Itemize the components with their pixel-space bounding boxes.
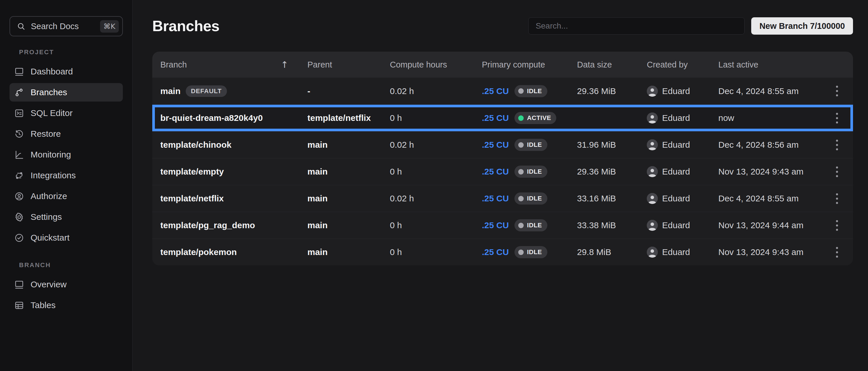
- column-header-created-by[interactable]: Created by: [647, 60, 718, 69]
- compute-units: .25 CU: [482, 140, 509, 150]
- project-nav: Dashboard Branches SQL Editor Restore Mo…: [9, 62, 123, 249]
- sidebar-item-overview[interactable]: Overview: [9, 275, 123, 294]
- compute-hours-cell: 0.02 h: [390, 193, 482, 204]
- last-active-cell: Nov 13, 2024 9:44 am: [718, 220, 828, 230]
- last-active-cell: Dec 4, 2024 8:55 am: [718, 86, 828, 96]
- avatar: [647, 193, 658, 204]
- table-row[interactable]: template/empty main 0 h .25 CU IDLE 29.3…: [152, 158, 853, 185]
- column-header-parent[interactable]: Parent: [307, 60, 390, 69]
- sidebar-item-tables[interactable]: Tables: [9, 296, 123, 314]
- row-menu-button[interactable]: [833, 109, 841, 127]
- column-header-branch[interactable]: Branch ↑: [160, 59, 307, 70]
- sidebar-item-dashboard[interactable]: Dashboard: [9, 62, 123, 81]
- sidebar-item-integrations[interactable]: Integrations: [9, 166, 123, 185]
- terminal-icon: [14, 108, 24, 118]
- sidebar-item-label: Overview: [31, 280, 67, 289]
- created-by-cell: Eduard: [647, 140, 718, 150]
- branch-name: template/pg_rag_demo: [160, 220, 255, 230]
- row-menu-button[interactable]: [833, 163, 841, 181]
- sidebar-item-sql-editor[interactable]: SQL Editor: [9, 104, 123, 122]
- keyboard-shortcut-badge: ⌘K: [100, 20, 119, 33]
- branch-name: br-quiet-dream-a820k4y0: [160, 113, 263, 123]
- compute-hours-cell: 0 h: [390, 247, 482, 257]
- row-menu-button[interactable]: [833, 217, 841, 234]
- gear-icon: [14, 212, 24, 222]
- status-dot-icon: [518, 88, 524, 94]
- search-docs-button[interactable]: Search Docs ⌘K: [9, 16, 123, 36]
- row-menu-button[interactable]: [833, 190, 841, 208]
- status-badge: IDLE: [515, 139, 547, 151]
- last-active-cell: Nov 13, 2024 9:43 am: [718, 167, 828, 177]
- sidebar-item-label: Settings: [31, 212, 62, 222]
- search-docs-label: Search Docs: [31, 22, 79, 31]
- branch-nav: Overview Tables: [9, 275, 123, 317]
- branch-name: main: [160, 86, 181, 96]
- compute-units: .25 CU: [482, 86, 509, 96]
- last-active-cell: Dec 4, 2024 8:56 am: [718, 140, 828, 150]
- sidebar-section-branch: BRANCH: [19, 261, 123, 269]
- header-actions: New Branch 7/100000: [528, 17, 853, 35]
- compute-units: .25 CU: [482, 113, 509, 123]
- sidebar-item-authorize[interactable]: Authorize: [9, 187, 123, 206]
- compute-units: .25 CU: [482, 167, 509, 177]
- status-badge: IDLE: [515, 85, 547, 97]
- created-by-cell: Eduard: [647, 86, 718, 97]
- column-header-compute-hours[interactable]: Compute hours: [390, 60, 482, 69]
- user-circle-icon: [14, 191, 24, 202]
- table-icon: [14, 300, 24, 310]
- sidebar-item-label: SQL Editor: [31, 108, 73, 118]
- table-row[interactable]: template/netflix main 0.02 h .25 CU IDLE…: [152, 185, 853, 212]
- compute-hours-cell: 0 h: [390, 167, 482, 177]
- row-menu-button[interactable]: [833, 136, 841, 154]
- page-title: Branches: [152, 17, 219, 35]
- parent-cell: -: [307, 86, 390, 96]
- table-row[interactable]: main DEFAULT - 0.02 h .25 CU IDLE 29.36 …: [152, 78, 853, 104]
- data-size-cell: 29.36 MiB: [577, 167, 647, 177]
- column-header-last-active[interactable]: Last active: [718, 60, 828, 69]
- sidebar-item-label: Branches: [31, 87, 67, 97]
- table-row[interactable]: template/pokemon main 0 h .25 CU IDLE 29…: [152, 239, 853, 266]
- sidebar-item-quickstart[interactable]: Quickstart: [9, 228, 123, 247]
- avatar: [647, 247, 658, 258]
- avatar: [647, 86, 658, 97]
- sidebar-item-label: Restore: [31, 129, 61, 139]
- default-badge: DEFAULT: [186, 85, 227, 97]
- sidebar-item-branches[interactable]: Branches: [9, 83, 123, 101]
- column-header-data-size[interactable]: Data size: [577, 60, 647, 69]
- parent-cell: main: [307, 247, 390, 257]
- compute-units: .25 CU: [482, 193, 509, 204]
- row-menu-button[interactable]: [833, 244, 841, 261]
- table-row[interactable]: template/chinook main 0.02 h .25 CU IDLE…: [152, 131, 853, 158]
- status-dot-icon: [518, 115, 524, 121]
- avatar: [647, 166, 658, 177]
- created-by-cell: Eduard: [647, 220, 718, 231]
- created-by-cell: Eduard: [647, 113, 718, 123]
- status-dot-icon: [518, 142, 524, 148]
- created-by-cell: Eduard: [647, 166, 718, 177]
- avatar: [647, 220, 658, 231]
- sort-ascending-icon[interactable]: ↑: [281, 59, 288, 70]
- table-row-selected[interactable]: br-quiet-dream-a820k4y0 template/netflix…: [152, 104, 853, 131]
- new-branch-button[interactable]: New Branch 7/100000: [751, 17, 853, 35]
- sidebar-section-project: PROJECT: [19, 49, 123, 56]
- branch-name: template/netflix: [160, 193, 224, 204]
- integrations-icon: [14, 171, 24, 181]
- branch-name: template/pokemon: [160, 247, 237, 257]
- created-by-cell: Eduard: [647, 247, 718, 258]
- parent-cell: main: [307, 193, 390, 204]
- compute-hours-cell: 0 h: [390, 113, 482, 123]
- created-by-cell: Eduard: [647, 193, 718, 204]
- data-size-cell: 29.8 MiB: [577, 247, 647, 257]
- row-menu-button[interactable]: [833, 82, 841, 100]
- window-icon: [14, 67, 24, 77]
- sidebar-item-restore[interactable]: Restore: [9, 125, 123, 143]
- column-header-primary-compute[interactable]: Primary compute: [482, 60, 577, 69]
- status-badge: IDLE: [515, 246, 547, 258]
- sidebar-item-settings[interactable]: Settings: [9, 208, 123, 226]
- status-dot-icon: [518, 169, 524, 175]
- search-input[interactable]: [528, 17, 745, 35]
- git-branch-icon: [14, 87, 24, 97]
- parent-cell: main: [307, 167, 390, 177]
- table-row[interactable]: template/pg_rag_demo main 0 h .25 CU IDL…: [152, 212, 853, 239]
- sidebar-item-monitoring[interactable]: Monitoring: [9, 145, 123, 164]
